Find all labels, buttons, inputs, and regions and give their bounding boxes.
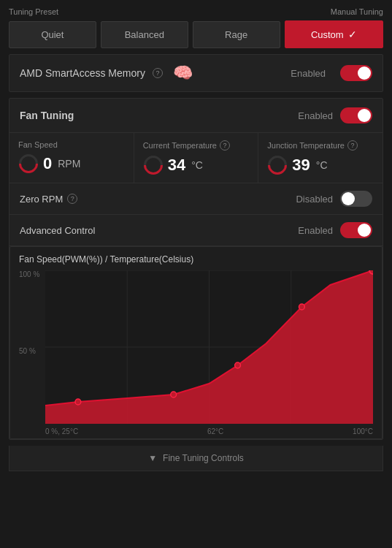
- fan-stats-row: Fan Speed 0 RPM Current Temperature ?: [9, 133, 383, 183]
- chart-svg: [45, 270, 373, 424]
- smartaccess-row: AMD SmartAccess Memory ? 🧠 Enabled: [9, 55, 383, 91]
- data-point-3: [235, 362, 241, 368]
- preset-quiet-button[interactable]: Quiet: [9, 21, 96, 48]
- y-axis-labels: 100 % 50 %: [19, 270, 45, 424]
- zero-rpm-label: Zero RPM: [20, 194, 63, 205]
- advanced-control-toggle[interactable]: [340, 222, 372, 238]
- y-label-100: 100 %: [19, 270, 39, 278]
- zero-rpm-toggle[interactable]: [340, 191, 372, 207]
- fine-tuning-bar[interactable]: ▼ Fine Tuning Controls: [9, 446, 383, 471]
- current-temp-help-icon[interactable]: ?: [220, 140, 230, 151]
- current-temp-unit: °C: [191, 159, 203, 171]
- junction-temp-value-row: 39 °C: [267, 155, 374, 175]
- custom-label: Custom: [311, 29, 344, 40]
- advanced-control-label: Advanced Control: [20, 225, 95, 236]
- advanced-control-name: Advanced Control: [20, 225, 298, 236]
- zero-rpm-name: Zero RPM ?: [20, 194, 296, 205]
- fan-speed-dial: [18, 153, 39, 174]
- current-temp-dial: [143, 155, 164, 175]
- brain-icon: 🧠: [173, 64, 193, 83]
- junction-temp-unit: °C: [316, 159, 328, 171]
- fan-speed-value: 0: [43, 154, 52, 173]
- dial-circle2: [139, 152, 166, 179]
- chart-area[interactable]: 100 % 50 %: [19, 270, 373, 438]
- data-point-2: [171, 392, 177, 397]
- fan-tuning-title: Fan Tuning: [20, 110, 74, 121]
- x-label-start: 0 %, 25°C: [45, 427, 78, 435]
- smartaccess-help-icon[interactable]: ?: [153, 68, 163, 78]
- zero-rpm-row: Zero RPM ? Disabled: [9, 183, 383, 215]
- x-label-end: 100°C: [353, 427, 373, 435]
- preset-custom-button[interactable]: Custom ✓: [285, 20, 383, 48]
- tuning-header: Tuning Preset Manual Tuning: [9, 7, 383, 16]
- zero-rpm-help-icon[interactable]: ?: [67, 194, 77, 204]
- advanced-control-status: Enabled: [298, 225, 333, 236]
- preset-buttons: Quiet Balanced Rage Custom ✓: [9, 20, 383, 48]
- manual-tuning-label: Manual Tuning: [331, 7, 383, 16]
- current-temp-value-row: 34 °C: [143, 155, 250, 175]
- y-label-50: 50 %: [19, 347, 36, 355]
- fan-speed-label: Fan Speed: [18, 140, 125, 149]
- fan-tuning-card: Fan Tuning Enabled Fan Speed 0 RP: [9, 98, 383, 440]
- zero-rpm-status: Disabled: [296, 194, 333, 205]
- junction-temp-label: Junction Temperature ?: [267, 140, 374, 151]
- data-point-1: [75, 399, 81, 405]
- fan-tuning-header: Fan Tuning Enabled: [9, 99, 383, 133]
- current-temp-value: 34: [168, 156, 185, 175]
- dial-circle: [15, 151, 42, 178]
- x-axis-labels: 0 %, 25°C 62°C 100°C: [45, 424, 373, 438]
- tuning-preset-label: Tuning Preset: [9, 7, 58, 16]
- smartaccess-status: Enabled: [291, 68, 326, 79]
- smartaccess-toggle[interactable]: [340, 65, 372, 81]
- advanced-control-slider: [340, 222, 372, 238]
- tuning-preset-section: Tuning Preset Manual Tuning Quiet Balanc…: [9, 7, 383, 48]
- smartaccess-slider: [340, 65, 372, 81]
- fine-tuning-label: Fine Tuning Controls: [163, 453, 244, 463]
- data-point-4: [299, 304, 304, 310]
- dial-circle3: [264, 152, 291, 179]
- chevron-down-icon: ▼: [148, 453, 157, 463]
- junction-temp-stat: Junction Temperature ? 39 °C: [258, 133, 383, 183]
- fan-tuning-slider: [340, 107, 372, 123]
- x-label-mid: 62°C: [207, 427, 223, 435]
- checkmark-icon: ✓: [348, 28, 357, 40]
- fan-speed-value-row: 0 RPM: [18, 153, 125, 174]
- preset-balanced-button[interactable]: Balanced: [101, 21, 188, 48]
- preset-rage-button[interactable]: Rage: [193, 21, 280, 48]
- fan-speed-unit: RPM: [58, 158, 80, 170]
- smartaccess-card: AMD SmartAccess Memory ? 🧠 Enabled: [9, 54, 383, 92]
- fan-tuning-status: Enabled: [298, 110, 333, 121]
- chart-inner[interactable]: [45, 270, 373, 424]
- chart-title: Fan Speed(PWM(%)) / Temperature(Celsius): [19, 254, 373, 265]
- fan-speed-stat: Fan Speed 0 RPM: [9, 133, 134, 183]
- fan-tuning-toggle[interactable]: [340, 107, 372, 123]
- current-temp-label: Current Temperature ?: [143, 140, 250, 151]
- junction-temp-dial: [267, 155, 288, 175]
- advanced-control-row: Advanced Control Enabled: [9, 215, 383, 246]
- fan-chart-section: Fan Speed(PWM(%)) / Temperature(Celsius)…: [9, 246, 383, 439]
- current-temp-stat: Current Temperature ? 34 °C: [134, 133, 259, 183]
- junction-temp-value: 39: [292, 156, 310, 175]
- junction-temp-help-icon[interactable]: ?: [347, 140, 358, 151]
- smartaccess-label: AMD SmartAccess Memory: [20, 67, 145, 79]
- zero-rpm-slider: [340, 191, 372, 207]
